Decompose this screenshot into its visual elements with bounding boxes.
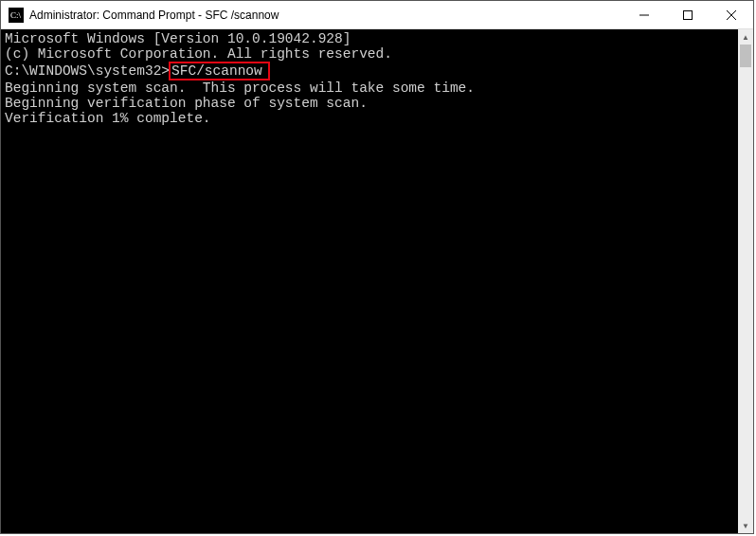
vertical-scrollbar[interactable]: ▲ ▼ [738, 29, 753, 533]
minimize-button[interactable] [622, 1, 666, 28]
prompt-line: C:\WINDOWS\system32>SFC/scannow [5, 62, 734, 80]
output-line: Beginning system scan. This process will… [5, 80, 734, 96]
terminal-area: Microsoft Windows [Version 10.0.19042.92… [1, 29, 753, 533]
command-highlight: SFC/scannow [169, 62, 270, 80]
window-controls [622, 1, 753, 28]
close-button[interactable] [710, 1, 753, 28]
scroll-thumb[interactable] [740, 45, 751, 67]
output-line: Verification 1% complete. [5, 111, 734, 126]
command-text: SFC/scannow [171, 63, 262, 79]
svg-rect-3 [684, 10, 693, 19]
command-prompt-window: C:\ Administrator: Command Prompt - SFC … [0, 0, 754, 534]
prompt-path: C:\WINDOWS\system32> [5, 63, 170, 79]
output-line: Beginning verification phase of system s… [5, 96, 734, 111]
svg-text:C:\: C:\ [10, 10, 22, 20]
output-line: Microsoft Windows [Version 10.0.19042.92… [5, 31, 734, 46]
cmd-icon: C:\ [9, 8, 24, 23]
window-title: Administrator: Command Prompt - SFC /sca… [29, 9, 622, 22]
maximize-button[interactable] [666, 1, 710, 28]
output-line: (c) Microsoft Corporation. All rights re… [5, 46, 734, 62]
scroll-down-icon[interactable]: ▼ [738, 518, 753, 533]
scroll-up-icon[interactable]: ▲ [738, 29, 753, 45]
terminal-output[interactable]: Microsoft Windows [Version 10.0.19042.92… [1, 29, 738, 533]
titlebar[interactable]: C:\ Administrator: Command Prompt - SFC … [1, 1, 753, 29]
